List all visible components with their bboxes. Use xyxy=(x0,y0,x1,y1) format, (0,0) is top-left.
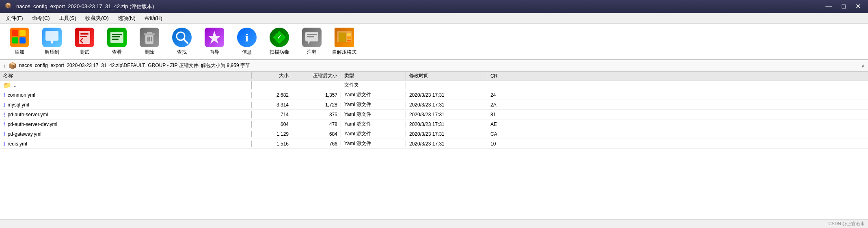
yml-file-icon: ! xyxy=(3,92,5,98)
file-type-cell: Yaml 源文件 xyxy=(341,91,406,98)
toolbar-label-comment: 注释 xyxy=(307,49,317,56)
svg-rect-9 xyxy=(79,31,90,44)
svg-rect-1 xyxy=(12,30,18,36)
toolbar-label-view: 查看 xyxy=(112,49,122,56)
svg-rect-6 xyxy=(45,31,58,41)
file-name-cell: !pd-auth-server-dev.yml xyxy=(0,121,252,128)
file-compressed-cell: 766 xyxy=(292,141,341,147)
toolbar-icon-virus: ✓ xyxy=(270,28,289,47)
svg-rect-45 xyxy=(339,33,346,42)
toolbar-icon-extract xyxy=(42,28,62,47)
path-bar: ↑ 📦 nacos_config_export_2020-03-23 17_31… xyxy=(0,60,868,72)
toolbar-btn-delete[interactable]: 删除 xyxy=(135,26,164,57)
title-bar-left: 📦 nacos_config_export_2020-03-23 17_31_4… xyxy=(5,2,154,11)
col-header-modified[interactable]: 修改时间 xyxy=(406,72,487,79)
toolbar-btn-add[interactable]: 添加 xyxy=(5,26,34,57)
table-row[interactable]: !mysql.yml3,3141,728Yaml 源文件2020/3/23 17… xyxy=(0,100,868,110)
col-header-crc[interactable]: CR xyxy=(487,73,536,79)
col-header-name[interactable]: 名称 xyxy=(0,72,252,79)
toolbar-label-virus: 扫描病毒 xyxy=(270,49,289,56)
toolbar-btn-find[interactable]: 查找 xyxy=(167,26,196,57)
file-compressed-cell: 1,357 xyxy=(292,92,341,98)
menu-item-命令(C)[interactable]: 命令(C) xyxy=(28,13,54,23)
file-name-text: common.yml xyxy=(8,92,35,98)
toolbar-btn-wizard[interactable]: 向导 xyxy=(200,26,229,57)
table-row[interactable]: !redis.yml1,516766Yaml 源文件2020/3/23 17:3… xyxy=(0,139,868,149)
svg-rect-16 xyxy=(112,39,119,40)
toolbar-btn-view[interactable]: 查看 xyxy=(102,26,132,57)
toolbar-btn-comment[interactable]: 注释 xyxy=(297,26,326,57)
menu-item-选项(N)[interactable]: 选项(N) xyxy=(114,13,140,23)
file-name-text: pd-gateway.yml xyxy=(8,131,41,137)
table-row[interactable]: !pd-gateway.yml1,129684Yaml 源文件2020/3/23… xyxy=(0,129,868,139)
file-compressed-cell: 375 xyxy=(292,112,341,117)
menu-item-帮助(H)[interactable]: 帮助(H) xyxy=(140,13,166,23)
path-zip-icon: 📦 xyxy=(9,62,17,69)
file-size-cell: 3,314 xyxy=(252,102,292,108)
file-size-cell: 1,129 xyxy=(252,131,292,137)
status-watermark: CSDN @上官若水 xyxy=(829,221,865,227)
toolbar-label-wizard: 向导 xyxy=(209,49,219,56)
file-name-text: pd-auth-server.yml xyxy=(8,112,48,117)
title-bar: 📦 nacos_config_export_2020-03-23 17_31_4… xyxy=(0,0,868,13)
file-compressed-cell: 1,728 xyxy=(292,102,341,108)
minimize-button[interactable]: — xyxy=(823,2,834,11)
title-bar-title: nacos_config_export_2020-03-23 17_31_42.… xyxy=(16,3,154,10)
svg-rect-23 xyxy=(151,37,152,41)
file-compressed-cell: 478 xyxy=(292,122,341,127)
path-text: nacos_config_export_2020-03-23 17_31_42.… xyxy=(19,62,859,69)
file-modified-cell: 2020/3/23 17:31 xyxy=(406,102,487,108)
file-name-text: redis.yml xyxy=(8,141,27,147)
path-expand-icon[interactable]: ∨ xyxy=(861,63,865,69)
col-header-type[interactable]: 类型 xyxy=(341,72,406,79)
toolbar-label-sfx: 自解压格式 xyxy=(332,49,356,56)
table-row[interactable]: !pd-auth-server.yml714375Yaml 源文件2020/3/… xyxy=(0,110,868,119)
table-row[interactable]: !pd-auth-server-dev.yml604478Yaml 源文件202… xyxy=(0,119,868,129)
toolbar-btn-sfx[interactable]: 自解压格式 xyxy=(330,26,359,57)
file-compressed-cell: 684 xyxy=(292,131,341,137)
file-modified-cell: 2020/3/23 17:31 xyxy=(406,141,487,147)
file-crc-cell: 24 xyxy=(487,92,536,98)
close-button[interactable]: ✕ xyxy=(853,2,863,11)
menu-bar: 文件(F)命令(C)工具(S)收藏夹(O)选项(N)帮助(H) xyxy=(0,13,868,24)
menu-item-文件(F)[interactable]: 文件(F) xyxy=(2,13,27,23)
file-crc-cell: 81 xyxy=(487,112,536,117)
file-name-cell: !pd-auth-server.yml xyxy=(0,111,252,118)
menu-item-工具(S)[interactable]: 工具(S) xyxy=(55,13,80,23)
file-name-cell: 📁.. xyxy=(0,81,252,89)
path-up-arrow[interactable]: ↑ xyxy=(3,63,6,69)
maximize-button[interactable]: □ xyxy=(839,2,848,11)
folder-icon: 📁 xyxy=(3,81,11,89)
file-rows: 📁..文件夹!common.yml2,6821,357Yaml 源文件2020/… xyxy=(0,80,868,149)
table-row[interactable]: !common.yml2,6821,357Yaml 源文件2020/3/23 1… xyxy=(0,90,868,100)
svg-rect-42 xyxy=(307,36,314,37)
svg-point-34 xyxy=(278,41,281,43)
svg-rect-21 xyxy=(147,37,149,41)
table-row[interactable]: 📁..文件夹 xyxy=(0,80,868,90)
title-bar-controls: — □ ✕ xyxy=(823,2,863,11)
file-name-text: pd-auth-server-dev.yml xyxy=(8,122,57,127)
col-header-size[interactable]: 大小 xyxy=(252,72,292,79)
toolbar-btn-virus[interactable]: ✓扫描病毒 xyxy=(265,26,294,57)
svg-rect-4 xyxy=(19,37,26,43)
menu-item-收藏夹(O)[interactable]: 收藏夹(O) xyxy=(81,13,113,23)
yml-file-icon: ! xyxy=(3,102,5,108)
column-headers: 名称 大小 压缩后大小 类型 修改时间 CR xyxy=(0,72,868,80)
file-crc-cell: 10 xyxy=(487,141,536,147)
svg-point-36 xyxy=(283,36,285,39)
toolbar-btn-info[interactable]: i信息 xyxy=(232,26,261,57)
file-type-cell: Yaml 源文件 xyxy=(341,121,406,128)
toolbar-btn-test[interactable]: 测试 xyxy=(70,26,99,57)
file-crc-cell: 2A xyxy=(487,102,536,108)
file-type-cell: Yaml 源文件 xyxy=(341,130,406,137)
toolbar-btn-extract[interactable]: 解压到 xyxy=(37,26,67,57)
col-header-compressed[interactable]: 压缩后大小 xyxy=(292,72,341,79)
toolbar-icon-wizard xyxy=(205,28,224,47)
file-list-container: 名称 大小 压缩后大小 类型 修改时间 CR 📁..文件夹!common.yml… xyxy=(0,72,868,219)
svg-text:i: i xyxy=(245,31,248,44)
svg-rect-3 xyxy=(12,37,18,43)
svg-rect-2 xyxy=(19,30,26,36)
svg-rect-48 xyxy=(347,40,351,41)
toolbar-icon-find xyxy=(172,28,192,47)
file-crc-cell: CA xyxy=(487,131,536,137)
